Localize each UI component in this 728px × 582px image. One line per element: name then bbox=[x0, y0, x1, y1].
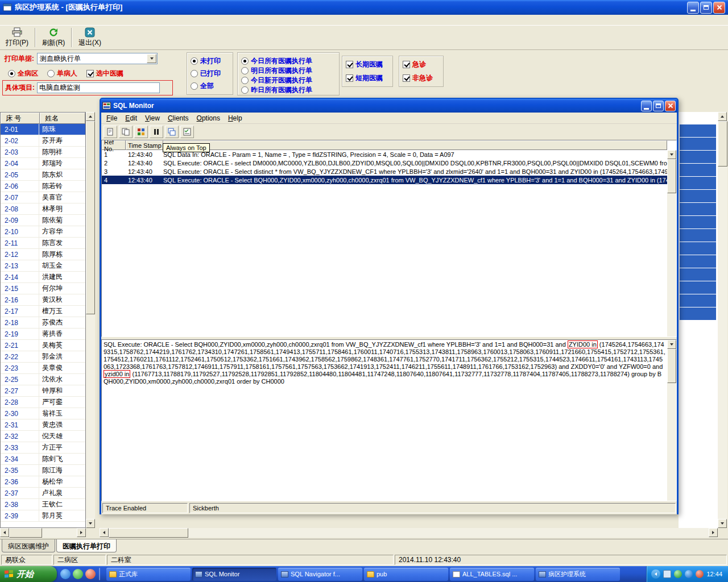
bed-list-row[interactable]: 2-27 钟厚和 bbox=[1, 385, 85, 397]
bed-list-vertical-scrollbar[interactable] bbox=[86, 112, 95, 528]
save-log-button[interactable] bbox=[104, 126, 117, 138]
quick-launch-icon[interactable] bbox=[85, 569, 96, 579]
emergency-checkbox[interactable]: 急诊 bbox=[403, 60, 440, 69]
bed-list-row[interactable]: 2-31 黄忠强 bbox=[1, 419, 85, 431]
doc-type-combobox[interactable]: 测血糖执行单 bbox=[37, 53, 158, 64]
bed-list-row[interactable]: 2-34 陈剑飞 bbox=[1, 454, 85, 465]
selected-orders-checkbox[interactable]: 选中医嘱 bbox=[86, 69, 123, 78]
scrollbar-thumb[interactable] bbox=[9, 528, 42, 538]
close-button[interactable] bbox=[713, 2, 725, 14]
restore-button[interactable] bbox=[700, 2, 712, 14]
tab-order-execution-print[interactable]: 医嘱执行单打印 bbox=[56, 539, 117, 552]
tray-icon[interactable] bbox=[685, 570, 693, 578]
bed-list-row[interactable]: 2-06 陈若铃 bbox=[1, 181, 85, 192]
bed-list-row[interactable]: 2-37 卢礼泉 bbox=[1, 488, 85, 499]
menu-item-help[interactable]: Help bbox=[224, 113, 246, 123]
bed-list-row[interactable]: 2-21 吴梅英 bbox=[1, 340, 85, 351]
ref-no-column-header[interactable]: Ref No. bbox=[102, 140, 126, 150]
bed-list-row[interactable]: 2-30 翁祥玉 bbox=[1, 408, 85, 419]
scope-all-ward-radio[interactable]: 全病区 bbox=[8, 69, 38, 78]
bed-list-horizontal-scrollbar[interactable] bbox=[0, 528, 86, 538]
taskbar-task-button[interactable]: 病区护理系统 bbox=[536, 568, 620, 581]
print-button[interactable]: 打印(P) bbox=[2, 26, 32, 49]
scrollbar-thumb[interactable] bbox=[86, 121, 95, 314]
scroll-up-button[interactable] bbox=[86, 112, 95, 121]
long-term-order-checkbox[interactable]: 长期医嘱 bbox=[346, 60, 389, 69]
taskbar-task-button[interactable]: SQL Monitor bbox=[192, 568, 276, 581]
menu-item-file[interactable]: File bbox=[102, 113, 121, 123]
scrollbar-thumb[interactable] bbox=[667, 349, 676, 383]
scroll-down-button[interactable] bbox=[86, 519, 95, 528]
taskbar-task-button[interactable]: ALL_TABLES.sql ... bbox=[450, 568, 534, 581]
quick-launch-icon[interactable] bbox=[73, 569, 83, 579]
sql-maximize-button[interactable] bbox=[653, 101, 664, 111]
scroll-down-button[interactable] bbox=[667, 150, 676, 159]
bed-list-row[interactable]: 2-03 陈明祥 bbox=[1, 147, 85, 158]
menu-item-clients[interactable]: Clients bbox=[164, 113, 193, 123]
bed-list-row[interactable]: 2-10 方容华 bbox=[1, 226, 85, 238]
sql-log-row[interactable]: 2 12:43:40 SQL Execute: ORACLE - select … bbox=[102, 159, 667, 167]
bed-list-row[interactable]: 2-04 郑瑞玲 bbox=[1, 158, 85, 169]
day-today-new-radio[interactable]: 今日新开医嘱执行单 bbox=[241, 76, 336, 85]
tray-icon[interactable] bbox=[674, 570, 682, 578]
sql-minimize-button[interactable] bbox=[641, 101, 652, 111]
scroll-left-button[interactable] bbox=[0, 528, 9, 537]
bed-list-row[interactable]: 2-19 蒋拱香 bbox=[1, 329, 85, 340]
bed-list-row[interactable]: 2-05 陈东炽 bbox=[1, 169, 85, 181]
scroll-down-button[interactable] bbox=[718, 519, 727, 528]
main-window-titlebar[interactable]: 病区护理系统 - [医嘱执行单打印] bbox=[0, 0, 728, 15]
exit-button[interactable]: 退出(X) bbox=[75, 26, 105, 49]
tray-icon[interactable] bbox=[696, 570, 704, 578]
bed-list-row[interactable]: 2-09 陈依菊 bbox=[1, 215, 85, 226]
scroll-right-button[interactable] bbox=[77, 528, 86, 537]
bed-list-row[interactable]: 2-28 严可銮 bbox=[1, 397, 85, 408]
menu-item-edit[interactable]: Edit bbox=[121, 113, 141, 123]
main-horizontal-scrollbar[interactable] bbox=[100, 528, 718, 538]
taskbar-task-button[interactable]: SQL Navigator f... bbox=[278, 568, 362, 581]
bed-list-row[interactable]: 2-12 陈厚栋 bbox=[1, 249, 85, 260]
scrollbar-thumb[interactable] bbox=[718, 121, 727, 167]
sql-monitor-titlebar[interactable]: SQL Monitor bbox=[101, 99, 677, 113]
status-all-radio[interactable]: 全部 bbox=[191, 81, 229, 91]
options-button[interactable] bbox=[180, 126, 194, 138]
scroll-right-button[interactable] bbox=[709, 528, 718, 537]
start-button[interactable]: 开始 bbox=[0, 566, 57, 582]
bed-list-row[interactable]: 2-35 陈江海 bbox=[1, 465, 85, 476]
bed-list-row[interactable]: 2-17 檀万玉 bbox=[1, 306, 85, 317]
sql-detail-scrollbar[interactable] bbox=[667, 340, 676, 501]
bed-list-row[interactable]: 2-23 吴章俊 bbox=[1, 363, 85, 374]
menu-item-options[interactable]: Options bbox=[193, 113, 224, 123]
copy-button[interactable] bbox=[119, 126, 133, 138]
sql-list-scrollbar[interactable] bbox=[667, 150, 676, 336]
short-term-order-checkbox[interactable]: 短期医嘱 bbox=[346, 73, 389, 83]
refresh-button[interactable]: 刷新(R) bbox=[39, 26, 68, 49]
sql-log-row[interactable]: 3 12:43:40 SQL Execute: ORACLE - Select … bbox=[102, 167, 667, 176]
tray-icon[interactable] bbox=[663, 570, 671, 578]
bed-list-row[interactable]: 2-18 苏俊杰 bbox=[1, 317, 85, 329]
scroll-up-button[interactable] bbox=[718, 112, 727, 121]
scope-single-patient-radio[interactable]: 单病人 bbox=[47, 69, 77, 78]
bed-list-row[interactable]: 2-32 倪天雄 bbox=[1, 431, 85, 442]
filter-button[interactable] bbox=[134, 126, 148, 138]
menu-item-view[interactable]: View bbox=[141, 113, 164, 123]
taskbar-task-button[interactable]: 正式库 bbox=[106, 568, 191, 581]
day-today-all-radio[interactable]: 今日所有医嘱执行单 bbox=[241, 56, 336, 66]
bed-list-row[interactable]: 2-07 吴喜官 bbox=[1, 192, 85, 203]
status-printed-radio[interactable]: 已打印 bbox=[191, 69, 229, 78]
bed-list-row[interactable]: 2-16 黄汉秋 bbox=[1, 294, 85, 306]
sql-log-row[interactable]: 4 12:43:40 SQL Execute: ORACLE - Select … bbox=[102, 176, 667, 184]
bed-list-row[interactable]: 2-33 方正平 bbox=[1, 442, 85, 454]
taskbar-task-button[interactable]: pub bbox=[364, 568, 448, 581]
day-yesterday-all-radio[interactable]: 昨日所有医嘱执行单 bbox=[241, 85, 336, 95]
tab-ward-order-maintenance[interactable]: 病区医嘱维护 bbox=[2, 539, 55, 552]
cascade-windows-button[interactable] bbox=[165, 126, 179, 138]
bed-list-row[interactable]: 2-38 王钦仁 bbox=[1, 499, 85, 510]
bed-list-row[interactable]: 2-08 林孝明 bbox=[1, 203, 85, 215]
bed-list-row[interactable]: 2-14 洪建民 bbox=[1, 272, 85, 283]
time-stamp-column-header[interactable]: Time Stamp bbox=[126, 140, 163, 150]
bed-number-column-header[interactable]: 床 号 bbox=[1, 113, 40, 124]
bed-list-row[interactable]: 2-36 杨松华 bbox=[1, 476, 85, 488]
bed-list-row[interactable]: 2-13 胡玉金 bbox=[1, 260, 85, 272]
patient-name-column-header[interactable]: 姓名 bbox=[40, 113, 85, 124]
scrollbar-thumb[interactable] bbox=[109, 528, 188, 538]
